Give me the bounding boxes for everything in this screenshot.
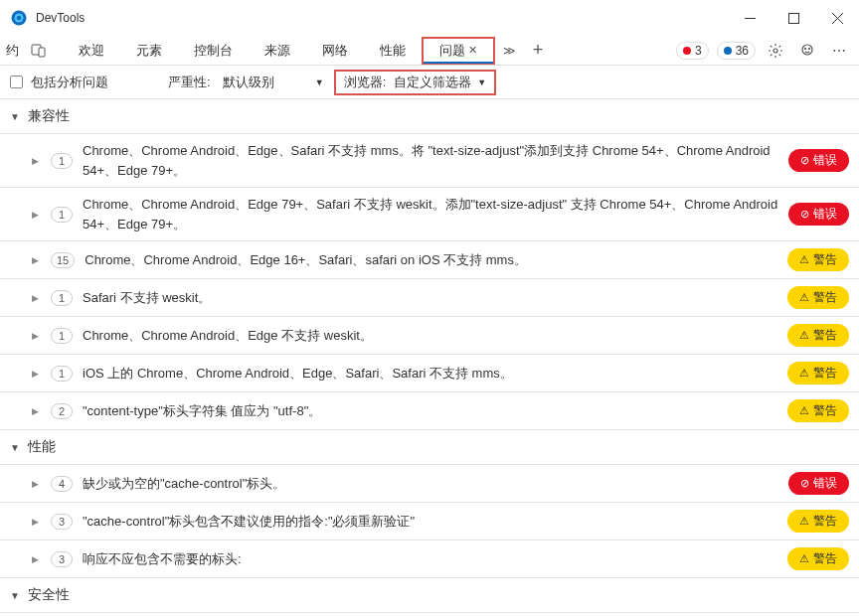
expand-icon: ▶ (32, 210, 39, 220)
issue-message: Safari 不支持 weskit。 (83, 288, 787, 308)
severity-badge: ⚠警告 (787, 324, 849, 347)
issue-message: "content-type"标头字符集 值应为 "utf-8"。 (83, 401, 787, 421)
badge-icon: ⚠ (799, 404, 809, 417)
expand-icon: ▶ (32, 331, 39, 341)
window-titlebar: DevTools (0, 0, 859, 36)
severity-badge: ⊘错误 (788, 472, 849, 495)
issue-row[interactable]: ▶1Chrome、Chrome Android、Edge 不支持 weskit。… (0, 317, 859, 355)
badge-icon: ⚠ (799, 291, 809, 304)
severity-badge: ⊘错误 (788, 149, 849, 172)
expand-icon: ▶ (32, 156, 39, 166)
svg-point-12 (809, 48, 810, 49)
issue-count: 3 (51, 514, 73, 530)
expand-icon: ▶ (32, 293, 39, 303)
include-analysis-checkbox[interactable] (10, 76, 23, 88)
browser-filter-label: 浏览器: (340, 74, 391, 91)
issue-message: 响应不应包含不需要的标头: (83, 549, 787, 569)
issue-message: Chrome、Chrome Android、Edge 79+、Safari 不支… (83, 195, 788, 233)
tab-performance[interactable]: 性能 (364, 37, 422, 65)
severity-badge: ⚠警告 (787, 510, 849, 533)
browser-filter-group: 浏览器: 自定义筛选器▼ (334, 70, 497, 95)
expand-icon: ▶ (32, 369, 39, 379)
svg-rect-4 (788, 13, 798, 23)
issue-row[interactable]: ▶1Safari 不支持 weskit。⚠警告 (0, 279, 859, 317)
dropdown-icon: ▼ (477, 77, 486, 87)
tab-welcome[interactable]: 欢迎 (63, 37, 120, 65)
issue-row[interactable]: ▶1Chrome、Chrome Android、Edge、Safari 不支持 … (0, 134, 859, 188)
main-toolbar: 约 欢迎 元素 控制台 来源 网络 性能 问题✕ ≫ + 3 36 ⋯ (0, 36, 859, 66)
section-performance[interactable]: ▼性能 (0, 430, 859, 465)
svg-point-11 (805, 48, 806, 49)
section-security[interactable]: ▼安全性 (0, 578, 859, 613)
severity-label: 严重性: (168, 74, 211, 91)
issue-row[interactable]: ▶2"content-type"标头字符集 值应为 "utf-8"。⚠警告 (0, 392, 859, 430)
tab-sources[interactable]: 来源 (249, 37, 306, 65)
maximize-button[interactable] (772, 0, 815, 36)
minimize-button[interactable] (728, 0, 772, 36)
tab-elements[interactable]: 元素 (120, 37, 178, 65)
collapse-icon: ▼ (10, 442, 20, 453)
dropdown-icon: ▼ (315, 77, 324, 87)
add-tab-button[interactable]: + (526, 39, 550, 63)
error-counter[interactable]: 3 (676, 42, 709, 60)
close-button[interactable] (815, 0, 859, 36)
badge-icon: ⊘ (800, 477, 809, 490)
badge-icon: ⚠ (799, 367, 809, 380)
issues-filter-bar: 包括分析问题 严重性: 默认级别▼ 浏览器: 自定义筛选器▼ (0, 66, 859, 99)
severity-select[interactable]: 默认级别▼ (219, 72, 328, 93)
toolbar-right: 3 36 ⋯ (674, 39, 853, 63)
more-tabs-icon[interactable]: ≫ (495, 44, 524, 58)
inspect-label[interactable]: 约 (6, 42, 19, 60)
error-dot-icon (683, 47, 691, 55)
expand-icon: ▶ (32, 255, 39, 265)
issue-row[interactable]: ▶4缺少或为空的"cache-control"标头。⊘错误 (0, 465, 859, 503)
issue-count: 4 (51, 476, 73, 492)
issue-count: 2 (51, 403, 73, 419)
issue-row[interactable]: ▶3"cache-control"标头包含不建议使用的指令:"必须重新验证"⚠警… (0, 503, 859, 540)
severity-badge: ⚠警告 (787, 286, 849, 309)
severity-badge: ⚠警告 (787, 399, 849, 422)
issue-message: "cache-control"标头包含不建议使用的指令:"必须重新验证" (83, 512, 787, 532)
badge-icon: ⚠ (799, 515, 809, 528)
issue-count: 1 (51, 290, 73, 306)
tab-issues-label: 问题 (439, 42, 465, 60)
severity-badge: ⚠警告 (787, 362, 849, 385)
severity-badge: ⊘错误 (788, 203, 849, 226)
tab-network[interactable]: 网络 (306, 37, 364, 65)
expand-icon: ▶ (32, 517, 39, 527)
tab-close-icon[interactable]: ✕ (468, 44, 477, 57)
badge-icon: ⚠ (799, 253, 809, 266)
issue-row[interactable]: ▶3响应不应包含不需要的标头:⚠警告 (0, 540, 859, 578)
tab-console[interactable]: 控制台 (178, 37, 249, 65)
severity-badge: ⚠警告 (787, 248, 849, 271)
collapse-icon: ▼ (10, 111, 20, 122)
issue-message: Chrome、Chrome Android、Edge、Safari 不支持 mm… (83, 141, 788, 180)
expand-icon: ▶ (32, 554, 39, 564)
tab-issues[interactable]: 问题✕ (422, 37, 495, 65)
devtools-tabs: 欢迎 元素 控制台 来源 网络 性能 问题✕ (63, 37, 495, 65)
issue-count: 1 (51, 207, 73, 223)
section-compatibility[interactable]: ▼兼容性 (0, 99, 859, 134)
issue-message: iOS 上的 Chrome、Chrome Android、Edge、Safari… (83, 364, 787, 384)
issue-row[interactable]: ▶1iOS 上的 Chrome、Chrome Android、Edge、Safa… (0, 355, 859, 392)
more-options-icon[interactable]: ⋯ (827, 39, 851, 63)
svg-point-10 (802, 45, 812, 55)
severity-filter[interactable]: 严重性: 默认级别▼ (168, 72, 328, 93)
badge-icon: ⚠ (799, 552, 809, 565)
issue-count: 1 (51, 153, 73, 169)
issue-count: 3 (51, 551, 73, 567)
issue-row[interactable]: ▶1Chrome、Chrome Android、Edge 79+、Safari … (0, 188, 859, 241)
info-dot-icon (724, 47, 732, 55)
issue-message: 缺少或为空的"cache-control"标头。 (83, 474, 788, 494)
window-title: DevTools (36, 11, 728, 25)
collapse-icon: ▼ (10, 590, 20, 601)
info-counter[interactable]: 36 (717, 42, 756, 60)
issue-row[interactable]: ▶15Chrome、Chrome Android、Edge 16+、Safari… (0, 241, 859, 279)
issue-count: 1 (51, 328, 73, 344)
device-toggle-icon[interactable] (27, 39, 51, 63)
issue-count: 15 (51, 252, 75, 268)
feedback-icon[interactable] (795, 39, 819, 63)
browser-filter-select[interactable]: 自定义筛选器▼ (390, 74, 490, 91)
issue-message: Chrome、Chrome Android、Edge 16+、Safari、sa… (85, 250, 787, 270)
settings-icon[interactable] (764, 39, 787, 63)
